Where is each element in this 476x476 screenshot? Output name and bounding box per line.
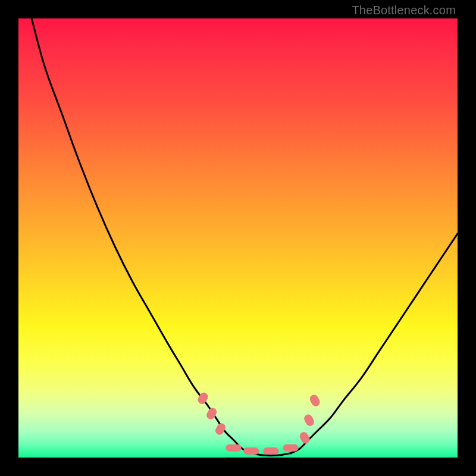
chart-frame: TheBottleneck.com [0, 0, 476, 476]
plot-area [18, 18, 458, 458]
curve-group [32, 18, 458, 456]
attribution-text: TheBottleneck.com [352, 4, 456, 17]
marker-right-cluster-lower [298, 431, 311, 445]
marker-bottom-blob-2 [243, 447, 259, 455]
marker-bottom-blob-1 [226, 444, 242, 452]
marker-right-cluster-mid [303, 413, 316, 427]
marker-bottom-blob-3 [263, 447, 278, 455]
bottleneck-curve [32, 18, 458, 456]
marker-bottom-blob-4 [283, 444, 299, 452]
marker-left-cluster-lower [214, 422, 227, 436]
marker-right-cluster-upper [308, 393, 321, 408]
chart-svg [18, 18, 458, 458]
